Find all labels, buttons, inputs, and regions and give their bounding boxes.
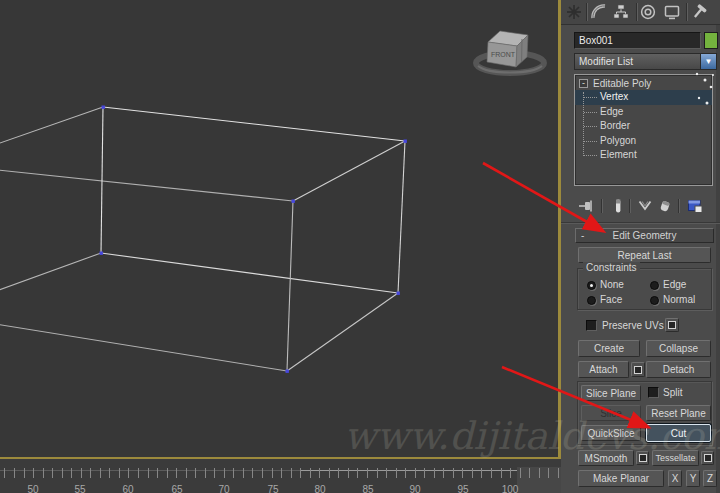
modifier-list-dropdown[interactable]: Modifier List ▼ — [574, 53, 717, 70]
cut-button[interactable]: Cut — [646, 424, 711, 442]
stack-collapse-box[interactable]: - — [579, 79, 588, 88]
tab-separator — [636, 3, 637, 21]
preserve-uvs-settings-button[interactable] — [665, 318, 679, 332]
panel-separator — [561, 222, 720, 223]
constraint-edge-radio[interactable] — [650, 281, 659, 290]
stack-item-border[interactable]: Border — [600, 119, 630, 133]
constraint-face-radio[interactable] — [587, 296, 596, 305]
toolbar-separator — [629, 199, 630, 213]
stack-tree-stub — [584, 97, 597, 99]
detach-button[interactable]: Detach — [646, 361, 711, 378]
stack-item-element[interactable]: Element — [600, 148, 637, 162]
remove-modifier-icon[interactable] — [657, 198, 673, 214]
rollout-edit-geometry[interactable]: - Edit Geometry — [575, 228, 714, 243]
make-planar-x-button[interactable]: X — [668, 470, 682, 487]
motion-tab-icon[interactable] — [640, 4, 656, 20]
reset-plane-button[interactable]: Reset Plane — [646, 405, 711, 421]
repeat-last-button[interactable]: Repeat Last — [578, 247, 711, 263]
stack-tree-stub — [584, 112, 597, 114]
tessellate-settings-button[interactable] — [701, 451, 714, 465]
quickslice-button[interactable]: QuickSlice — [581, 425, 641, 441]
frame-number: 85 — [362, 484, 373, 493]
constraint-face-label[interactable]: Face — [600, 294, 622, 305]
constraint-normal-radio[interactable] — [650, 296, 659, 305]
make-planar-y-button[interactable]: Y — [686, 470, 700, 487]
stack-item-edge[interactable]: Edge — [600, 105, 623, 119]
slice-plane-button[interactable]: Slice Plane — [581, 385, 641, 401]
preserve-uvs-checkbox[interactable] — [586, 320, 597, 331]
stack-tree-stub — [584, 155, 597, 157]
toolbar-separator — [678, 199, 679, 213]
frame-number: 55 — [74, 484, 85, 493]
frame-number: 60 — [122, 484, 133, 493]
stack-item-vertex[interactable]: Vertex — [600, 90, 628, 104]
constraint-edge-label[interactable]: Edge — [663, 279, 686, 290]
object-color-swatch[interactable] — [704, 32, 718, 49]
frame-number: 90 — [409, 484, 420, 493]
rollout-collapse-icon[interactable]: - — [581, 229, 584, 242]
attach-button[interactable]: Attach — [578, 361, 629, 378]
command-panel-scrollbar[interactable] — [716, 24, 720, 493]
frame-number: 75 — [267, 484, 278, 493]
make-planar-button[interactable]: Make Planar — [578, 470, 664, 487]
constraint-none-label[interactable]: None — [600, 279, 624, 290]
trackbar-baseline — [0, 470, 300, 471]
modify-tab-icon[interactable] — [591, 4, 607, 20]
display-tab-icon[interactable] — [664, 4, 680, 20]
object-name-field[interactable]: Box001 — [574, 32, 701, 49]
frame-number: 80 — [314, 484, 325, 493]
frame-number: 65 — [171, 484, 182, 493]
make-unique-icon[interactable] — [637, 198, 653, 214]
split-checkbox[interactable] — [648, 387, 659, 398]
modifier-list-label: Modifier List — [579, 56, 633, 67]
toolbar-separator — [601, 199, 602, 213]
utilities-tab-icon[interactable] — [691, 4, 707, 20]
constraint-none-radio[interactable] — [587, 281, 596, 290]
show-end-result-icon[interactable] — [610, 198, 626, 214]
slice-button[interactable]: Slice — [581, 405, 641, 421]
preserve-uvs-label[interactable]: Preserve UVs — [602, 320, 664, 331]
tessellate-button[interactable]: Tessellate — [652, 450, 699, 466]
make-planar-z-button[interactable]: Z — [703, 470, 717, 487]
pin-stack-icon[interactable] — [578, 198, 594, 214]
trackbar[interactable]: 50 55 60 65 70 75 80 85 90 95 100 — [0, 459, 561, 493]
hierarchy-tab-icon[interactable] — [613, 4, 629, 20]
frame-number: 70 — [218, 484, 229, 493]
create-button[interactable]: Create — [578, 340, 640, 357]
frame-number: 100 — [502, 484, 519, 493]
rollout-title: Edit Geometry — [613, 230, 677, 241]
split-label[interactable]: Split — [663, 387, 682, 398]
viewcube[interactable]: FRONT — [466, 22, 556, 80]
tab-separator — [586, 3, 587, 21]
constraint-normal-label[interactable]: Normal — [663, 294, 695, 305]
stack-item-editable-poly[interactable]: Editable Poly — [593, 77, 651, 91]
tab-separator — [686, 3, 687, 21]
viewcube-front-label: FRONT — [491, 51, 516, 58]
msmooth-settings-button[interactable] — [636, 451, 649, 465]
attach-settings-button[interactable] — [631, 362, 645, 377]
stack-tree-line — [583, 92, 585, 156]
chevron-down-icon[interactable]: ▼ — [700, 54, 716, 69]
collapse-button[interactable]: Collapse — [646, 340, 711, 357]
configure-modifier-sets-icon[interactable] — [687, 198, 703, 214]
msmooth-button[interactable]: MSmooth — [578, 450, 634, 466]
stack-item-polygon[interactable]: Polygon — [600, 134, 636, 148]
frame-number: 95 — [457, 484, 468, 493]
vertex-dots — [100, 106, 407, 373]
create-tab-icon[interactable] — [566, 4, 582, 20]
viewport[interactable]: FRONT — [0, 0, 561, 459]
stack-tree-stub — [584, 141, 597, 143]
3dsmax-window: FRONT 50 55 60 65 70 75 80 85 90 95 100 — [0, 0, 720, 493]
stack-tree-stub — [584, 126, 597, 128]
constraints-label: Constraints — [583, 262, 640, 273]
frame-number: 50 — [27, 484, 38, 493]
